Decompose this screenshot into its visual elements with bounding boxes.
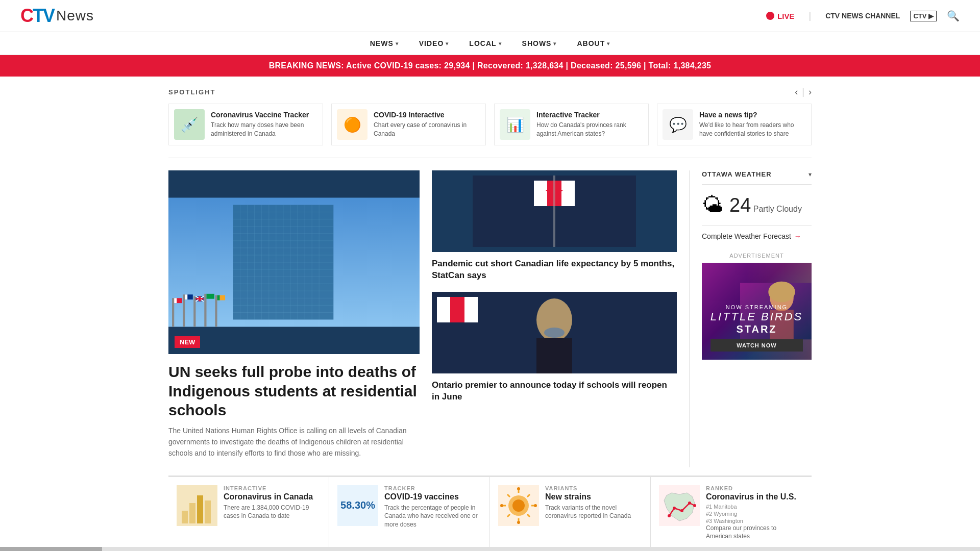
spotlight-cards: 💉 Coronavirus Vaccine Tracker Track how …: [168, 104, 812, 158]
spotlight-card-tip-desc: We'd like to hear from readers who have …: [699, 121, 806, 138]
svg-rect-49: [534, 181, 547, 206]
news-logo-text: News: [56, 8, 94, 24]
header-right: LIVE | CTV NEWS CHANNEL CTV ▶ 🔍: [766, 10, 960, 22]
nav-shows[interactable]: SHOWS ▾: [522, 39, 557, 47]
weather-link-arrow-icon: →: [794, 232, 801, 240]
svg-rect-29: [172, 298, 174, 327]
bottom-card-interactive-img: [177, 485, 217, 526]
logo[interactable]: CTV News: [20, 5, 94, 27]
ctv-small-logo: CTV ▶: [910, 11, 937, 21]
spotlight-card-covid[interactable]: 🟠 COVID-19 Interactive Chart every case …: [331, 104, 486, 145]
spotlight-card-covid-text: COVID-19 Interactive Chart every case of…: [374, 111, 480, 138]
bottom-card-interactive-tag: INTERACTIVE: [224, 485, 321, 491]
main-story[interactable]: NEW UN seeks full probe into deaths of I…: [168, 170, 420, 467]
content-grid: NEW UN seeks full probe into deaths of I…: [168, 170, 812, 467]
ad-starz-text: STARZ: [710, 323, 803, 335]
main-story-image: NEW: [168, 170, 420, 354]
svg-rect-31: [193, 296, 195, 327]
scrollbar[interactable]: [0, 547, 980, 549]
weather-forecast-link[interactable]: Complete Weather Forecast →: [702, 226, 812, 240]
bottom-card-variants-title: New strains: [545, 492, 642, 502]
scrollbar-thumb[interactable]: [0, 547, 102, 549]
spotlight-next-button[interactable]: ›: [808, 87, 812, 97]
nav-local[interactable]: LOCAL ▾: [469, 39, 501, 47]
svg-rect-53: [553, 176, 555, 247]
svg-point-88: [673, 507, 676, 510]
bottom-card-variants-text: VARIANTS New strains Track variants of t…: [545, 485, 642, 521]
bottom-cards: INTERACTIVE Coronavirus in Canada There …: [168, 475, 812, 549]
nav-shows-label: SHOWS: [522, 39, 552, 47]
svg-rect-66: [182, 511, 188, 523]
spotlight-card-vaccine[interactable]: 💉 Coronavirus Vaccine Tracker Track how …: [168, 104, 323, 145]
live-button[interactable]: LIVE: [766, 12, 794, 20]
nav-local-arrow: ▾: [499, 41, 502, 46]
bottom-card-variants[interactable]: VARIANTS New strains Track variants of t…: [490, 477, 651, 549]
nav-video[interactable]: VIDEO ▾: [419, 39, 449, 47]
ad-streaming-text: NOW STREAMING: [710, 304, 803, 310]
svg-point-72: [512, 499, 525, 512]
svg-point-91: [693, 504, 696, 507]
weather-widget: OTTAWA WEATHER ▾ 🌤 24 Partly Cloudy Comp…: [689, 170, 812, 467]
spotlight-card-covid-desc: Chart every case of coronavirus in Canad…: [374, 121, 480, 138]
bottom-card-tracker[interactable]: 58.30% TRACKER COVID-19 vaccines Track t…: [329, 477, 490, 549]
new-badge: NEW: [175, 336, 200, 348]
bottom-card-tracker-value: 58.30%: [340, 499, 375, 511]
live-dot-icon: [766, 12, 774, 20]
ranked-item-2: #2 Wyoming: [706, 511, 803, 517]
bottom-card-ranked[interactable]: RANKED Coronavirus in the U.S. #1 Manito…: [651, 477, 812, 549]
vaccine-icon: 💉: [174, 109, 205, 140]
bottom-card-ranked-text: RANKED Coronavirus in the U.S. #1 Manito…: [706, 485, 803, 541]
svg-rect-58: [437, 297, 450, 322]
svg-rect-35: [174, 298, 177, 303]
ranked-item-1: #1 Manitoba: [706, 504, 803, 510]
nav-news-arrow: ▾: [396, 41, 399, 46]
spotlight-title: SPOTLIGHT: [168, 88, 215, 96]
bottom-card-ranked-desc: Compare our provinces to American states: [706, 524, 803, 541]
spotlight-card-vaccine-title: Coronavirus Vaccine Tracker: [211, 111, 317, 119]
side-stories: Pandemic cut short Canadian life expecta…: [432, 170, 677, 467]
ad-label: ADVERTISEMENT: [702, 253, 812, 259]
spotlight-card-tip[interactable]: 💬 Have a news tip? We'd like to hear fro…: [657, 104, 812, 145]
side-story-pandemic-title: Pandemic cut short Canadian life expecta…: [432, 258, 677, 282]
spotlight-card-covid-title: COVID-19 Interactive: [374, 111, 480, 119]
svg-rect-32: [204, 294, 206, 327]
bottom-card-tracker-desc: Track the percentage of people in Canada…: [384, 504, 481, 529]
search-icon[interactable]: 🔍: [947, 10, 960, 22]
bottom-card-variants-img: [498, 485, 539, 526]
header: CTV News LIVE | CTV NEWS CHANNEL CTV ▶ 🔍: [0, 0, 980, 32]
ad-watch-button[interactable]: WATCH NOW: [710, 339, 803, 352]
bottom-card-interactive-title: Coronavirus in Canada: [224, 492, 321, 502]
nav-video-arrow: ▾: [446, 41, 449, 46]
spotlight-nav: ‹ | ›: [795, 87, 812, 97]
ranked-item-3: #3 Washington: [706, 518, 803, 524]
svg-rect-43: [207, 294, 214, 299]
side-story-pandemic[interactable]: Pandemic cut short Canadian life expecta…: [432, 170, 677, 282]
svg-point-64: [769, 282, 795, 303]
side-story-ontario[interactable]: Ontario premier to announce today if sch…: [432, 292, 677, 403]
bottom-card-variants-desc: Track variants of the novel coronavirus …: [545, 504, 642, 521]
main-nav: NEWS ▾ VIDEO ▾ LOCAL ▾ SHOWS ▾ ABOUT ▾: [0, 32, 980, 55]
spotlight-nav-divider: |: [802, 87, 804, 97]
svg-rect-42: [195, 298, 203, 299]
bottom-card-ranked-title: Coronavirus in the U.S.: [706, 492, 803, 502]
bottom-card-ranked-tag: RANKED: [706, 485, 803, 491]
spotlight-prev-button[interactable]: ‹: [795, 87, 798, 97]
ctv-icon-link[interactable]: CTV ▶: [910, 11, 937, 21]
svg-rect-68: [197, 495, 203, 523]
nav-about-arrow: ▾: [607, 41, 610, 46]
nav-about[interactable]: ABOUT ▾: [577, 39, 610, 47]
nav-news[interactable]: NEWS ▾: [370, 39, 399, 47]
spotlight-card-tracker[interactable]: 📊 Interactive Tracker How do Canada's pr…: [494, 104, 649, 145]
bottom-card-variants-tag: VARIANTS: [545, 485, 642, 491]
ctv-news-channel-link[interactable]: CTV NEWS CHANNEL: [825, 12, 900, 20]
bottom-card-interactive[interactable]: INTERACTIVE Coronavirus in Canada There …: [168, 477, 329, 549]
breaking-news-text: BREAKING NEWS: Active COVID-19 cases: 29…: [269, 61, 712, 70]
spotlight-card-tip-title: Have a news tip?: [699, 111, 806, 119]
spotlight-header: SPOTLIGHT ‹ | ›: [168, 77, 812, 104]
svg-point-60: [544, 328, 565, 338]
tracker-icon: 📊: [500, 109, 530, 140]
ad-banner[interactable]: NOW STREAMING Little Birds STARZ WATCH N…: [702, 263, 812, 360]
svg-rect-37: [185, 294, 187, 299]
svg-rect-59: [464, 297, 478, 322]
svg-rect-56: [536, 338, 572, 373]
